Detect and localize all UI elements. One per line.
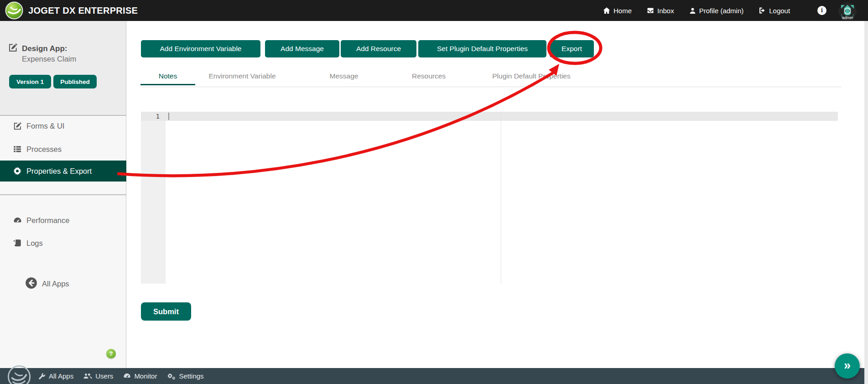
bottombar-users[interactable]: Users bbox=[83, 372, 113, 380]
avatar[interactable]: admin bbox=[838, 2, 857, 21]
header-nav: Home Inbox Profile (admin) bbox=[603, 0, 790, 21]
joget-logo-outline-icon bbox=[7, 364, 31, 384]
design-app-label: Design App: bbox=[22, 44, 67, 53]
tab-notes[interactable]: Notes bbox=[140, 67, 195, 85]
joget-logo-icon[interactable] bbox=[5, 1, 23, 20]
add-message-button[interactable]: Add Message bbox=[265, 40, 339, 57]
sidebar-item-logs[interactable]: Logs bbox=[0, 233, 126, 254]
design-app-row: Design App: bbox=[8, 43, 67, 55]
sidebar-item-label: Processes bbox=[26, 145, 62, 154]
logout-icon bbox=[759, 7, 766, 14]
nav-home[interactable]: Home bbox=[603, 7, 632, 15]
editor-gutter bbox=[141, 112, 166, 284]
nav-logout[interactable]: Logout bbox=[759, 7, 790, 15]
all-apps-label: All Apps bbox=[42, 280, 69, 288]
sidebar-item-label: Properties & Export bbox=[26, 167, 92, 176]
settings-gears-icon bbox=[167, 373, 176, 380]
nav-profile[interactable]: Profile (admin) bbox=[689, 7, 744, 15]
version-badge[interactable]: Version 1 bbox=[9, 75, 51, 88]
monitor-icon bbox=[123, 372, 131, 380]
bottombar-monitor[interactable]: Monitor bbox=[123, 372, 157, 380]
bottombar-settings[interactable]: Settings bbox=[167, 372, 203, 380]
bottom-bar: All Apps Users Monitor bbox=[0, 368, 868, 384]
editor-line-number: 1 bbox=[141, 112, 160, 121]
set-plugin-default-properties-button[interactable]: Set Plugin Default Properties bbox=[418, 40, 546, 57]
edit-icon bbox=[12, 122, 22, 130]
tab-environment-variable[interactable]: Environment Variable bbox=[208, 72, 275, 80]
home-icon bbox=[603, 7, 610, 14]
user-icon bbox=[689, 7, 696, 14]
sidebar-item-label: Performance bbox=[26, 216, 69, 225]
users-icon bbox=[83, 373, 92, 379]
header-bar: JOGET DX ENTERPRISE Home Inbox bbox=[0, 0, 868, 21]
back-arrow-icon bbox=[25, 277, 37, 291]
sidebar: Design App: Expenses Claim Version 1 Pub… bbox=[0, 21, 126, 384]
add-resource-button[interactable]: Add Resource bbox=[341, 40, 416, 57]
main-content: Add Environment Variable Add Message Add… bbox=[127, 21, 868, 384]
sidebar-all-apps[interactable]: All Apps bbox=[25, 277, 69, 291]
wrench-icon bbox=[38, 373, 46, 380]
sidebar-item-label: Forms & UI bbox=[26, 122, 64, 130]
editor-ruler-line bbox=[501, 112, 501, 284]
nav-inbox[interactable]: Inbox bbox=[647, 7, 674, 15]
tabs-divider bbox=[140, 87, 842, 87]
page: JOGET DX ENTERPRISE Home Inbox bbox=[0, 0, 868, 384]
logs-icon bbox=[12, 239, 22, 247]
bottom-bar-nav: All Apps Users Monitor bbox=[38, 368, 204, 384]
avatar-name: admin bbox=[838, 15, 857, 21]
inbox-icon bbox=[647, 7, 654, 14]
sidebar-divider bbox=[0, 194, 126, 195]
help-icon[interactable]: ? bbox=[106, 349, 116, 358]
edit-icon bbox=[8, 43, 18, 55]
tab-resources[interactable]: Resources bbox=[412, 72, 446, 80]
gear-icon bbox=[12, 167, 22, 175]
bottombar-all-apps[interactable]: All Apps bbox=[38, 372, 73, 380]
info-icon[interactable]: i bbox=[817, 6, 826, 15]
submit-button[interactable]: Submit bbox=[141, 302, 191, 321]
sidebar-item-performance[interactable]: Performance bbox=[0, 210, 126, 231]
list-icon bbox=[12, 145, 22, 153]
sidebar-item-label: Logs bbox=[26, 239, 43, 248]
sidebar-item-properties-export[interactable]: Properties & Export bbox=[0, 161, 126, 182]
editor-active-line bbox=[166, 112, 838, 121]
add-environment-variable-button[interactable]: Add Environment Variable bbox=[141, 40, 260, 57]
performance-icon bbox=[12, 216, 22, 225]
notes-code-editor[interactable]: 1 bbox=[141, 112, 838, 284]
sidebar-item-processes[interactable]: Processes bbox=[0, 139, 126, 160]
app-title: JOGET DX ENTERPRISE bbox=[28, 0, 138, 21]
published-badge[interactable]: Published bbox=[53, 75, 97, 88]
tab-message[interactable]: Message bbox=[330, 72, 359, 80]
expand-panel-button[interactable]: » bbox=[835, 353, 860, 379]
editor-caret bbox=[168, 113, 169, 120]
sidebar-app-panel: Design App: Expenses Claim Version 1 Pub… bbox=[0, 21, 126, 115]
sidebar-item-forms-ui[interactable]: Forms & UI bbox=[0, 115, 126, 136]
scrollbar-track[interactable] bbox=[864, 21, 868, 384]
tab-plugin-default-properties[interactable]: Plugin Default Properties bbox=[492, 72, 570, 80]
export-button[interactable]: Export bbox=[550, 40, 594, 57]
design-app-name: Expenses Claim bbox=[22, 55, 76, 63]
